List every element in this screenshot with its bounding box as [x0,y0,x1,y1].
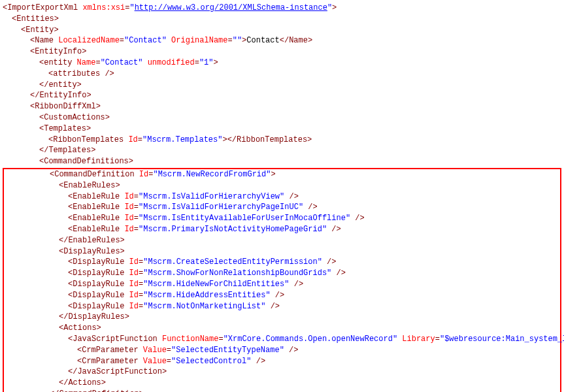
xml-line: </EntityInfo> [3,90,561,101]
xml-line: <Entity> [3,25,561,36]
xml-line: <EnableRule Id="Mscrm.IsValidForHierarch… [4,202,560,213]
xml-line: </JavaScriptFunction> [4,367,560,378]
xml-line: <ImportExportXml xmlns:xsi="http://www.w… [3,3,561,14]
xml-line: <DisplayRules> [4,246,560,257]
xml-line: <entity Name="Contact" unmodified="1"> [3,57,561,69]
xml-line: <RibbonDiffXml> [3,101,561,112]
xml-line: <CrmParameter Value="SelectedControl" /> [4,356,560,367]
xml-line: <EnableRule Id="Mscrm.IsValidForHierarch… [4,191,560,203]
xml-line: <EnableRule Id="Mscrm.IsEntityAvailableF… [4,213,560,224]
xml-line: <Templates> [3,123,561,135]
xml-line: <EntityInfo> [3,46,561,57]
xml-line: <DisplayRule Id="Mscrm.HideNewForChildEn… [4,279,560,290]
xml-line: <EnableRule Id="Mscrm.PrimaryIsNotActivi… [4,224,560,235]
xmlns-url[interactable]: http://www.w3.org/2001/XMLSchema-instanc… [135,3,327,12]
xml-line: <DisplayRule Id="Mscrm.ShowForNonRelatio… [4,268,560,279]
xml-line: <Actions> [4,323,560,334]
xml-line: <JavaScriptFunction FunctionName="XrmCor… [4,334,560,345]
xml-line: <DisplayRule Id="Mscrm.CreateSelectedEnt… [4,257,560,268]
xml-line: <CommandDefinition Id="Mscrm.NewRecordFr… [4,169,560,180]
xml-line: <Entities> [3,14,561,25]
xml-line: <CustomActions> [3,112,561,123]
xml-line: <CommandDefinitions> [3,156,561,167]
highlighted-section: <CommandDefinition Id="Mscrm.NewRecordFr… [3,168,561,392]
xml-line: </entity> [3,80,561,91]
xml-line: <attributes /> [3,69,561,80]
xml-line: <RibbonTemplates Id="Mscrm.Templates"></… [3,135,561,146]
tag-open: <ImportExportXml [3,3,78,12]
xml-line: </Templates> [3,145,561,156]
xml-line: </CommandDefinition> [4,389,560,392]
xml-line: <EnableRules> [4,180,560,191]
xml-line: </EnableRules> [4,235,560,246]
xml-line: <DisplayRule Id="Mscrm.HideAddressEntiti… [4,290,560,301]
xml-line: <DisplayRule Id="Mscrm.NotOnMarketingLis… [4,301,560,312]
xml-code-block: <ImportExportXml xmlns:xsi="http://www.w… [3,3,561,392]
xml-line: <Name LocalizedName="Contact" OriginalNa… [3,35,561,46]
xml-line: </DisplayRules> [4,312,560,323]
xml-line: </Actions> [4,378,560,389]
xml-line: <CrmParameter Value="SelectedEntityTypeN… [4,345,560,356]
